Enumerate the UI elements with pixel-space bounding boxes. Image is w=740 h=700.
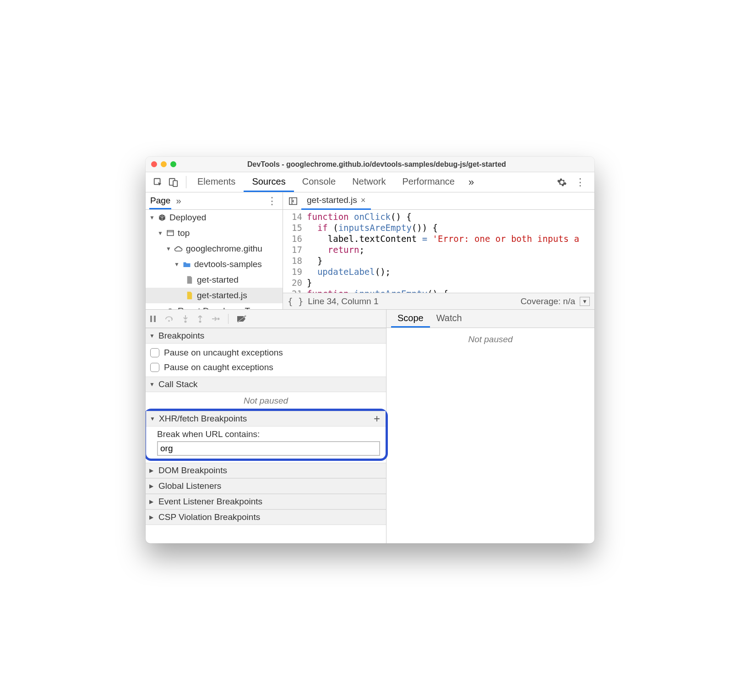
svg-rect-8 — [154, 316, 156, 322]
deactivate-breakpoints-icon[interactable] — [237, 315, 247, 323]
svg-point-10 — [185, 320, 187, 323]
callstack-not-paused: Not paused — [146, 392, 386, 410]
tree-top[interactable]: ▼ top — [146, 225, 283, 241]
add-xhr-breakpoint-icon[interactable]: + — [372, 412, 382, 425]
pause-icon[interactable] — [149, 315, 157, 323]
tab-watch[interactable]: Watch — [430, 310, 468, 328]
debugger-toolbar — [146, 310, 386, 328]
tab-performance[interactable]: Performance — [394, 172, 463, 192]
navigator-pane: Page » ⋮ ▼ Deployed ▼ top ▼ — [146, 192, 283, 309]
xhr-label: Break when URL contains: — [146, 427, 386, 441]
settings-icon[interactable] — [557, 177, 567, 187]
editor-statusbar: { } Line 34, Column 1 Coverage: n/a ▼ — [283, 293, 594, 309]
pause-caught-row[interactable]: Pause on caught exceptions — [150, 360, 381, 375]
close-tab-icon[interactable]: × — [361, 196, 366, 205]
debugger-right-pane: Scope Watch Not paused — [386, 310, 594, 543]
coverage-status: Coverage: n/a — [521, 296, 575, 306]
maximize-window-icon[interactable] — [170, 161, 176, 167]
panel-tabs-row: Elements Sources Console Network Perform… — [146, 172, 594, 192]
cursor-position: Line 34, Column 1 — [308, 296, 378, 306]
traffic-lights — [151, 161, 176, 167]
tree-file-js[interactable]: get-started.js — [146, 288, 283, 303]
js-file-icon — [185, 291, 194, 300]
checkbox-icon[interactable] — [150, 348, 159, 357]
step-into-icon[interactable] — [182, 315, 189, 323]
tree-folder[interactable]: ▼ devtools-samples — [146, 257, 283, 272]
step-out-icon[interactable] — [197, 315, 203, 323]
code-editor[interactable]: 141516171819202122 function onClick() { … — [283, 210, 594, 293]
svg-point-9 — [168, 320, 170, 322]
cloud-icon — [166, 306, 175, 309]
cloud-icon — [174, 244, 183, 253]
tab-console[interactable]: Console — [294, 172, 344, 192]
tab-sources[interactable]: Sources — [244, 172, 294, 192]
svg-rect-2 — [173, 180, 177, 186]
file-tree: ▼ Deployed ▼ top ▼ googlechrome.githu ▼ — [146, 210, 283, 309]
tab-network[interactable]: Network — [344, 172, 394, 192]
file-tab[interactable]: get-started.js × — [301, 192, 371, 210]
tree-react-ext[interactable]: ▶ React Developer To — [146, 303, 283, 309]
minimize-window-icon[interactable] — [161, 161, 167, 167]
toggle-navigator-icon[interactable] — [285, 197, 301, 205]
kebab-menu-icon[interactable]: ⋮ — [573, 176, 587, 188]
more-tabs-icon[interactable]: » — [463, 172, 479, 192]
inspect-icon[interactable] — [153, 177, 163, 187]
device-toggle-icon[interactable] — [169, 177, 179, 187]
tree-file-html[interactable]: get-started — [146, 272, 283, 288]
navigator-more-icon[interactable]: » — [176, 196, 181, 206]
navigator-tab-page[interactable]: Page — [149, 192, 171, 209]
titlebar: DevTools - googlechrome.github.io/devtoo… — [146, 157, 594, 172]
document-icon — [185, 275, 194, 284]
section-xhr[interactable]: ▼XHR/fetch Breakpoints + — [146, 411, 386, 427]
step-over-icon[interactable] — [165, 315, 174, 323]
section-global[interactable]: ▶Global Listeners — [146, 478, 386, 494]
tree-origin[interactable]: ▼ googlechrome.githu — [146, 241, 283, 257]
checkbox-icon[interactable] — [150, 363, 159, 372]
svg-point-12 — [218, 317, 220, 320]
tab-elements[interactable]: Elements — [189, 172, 244, 192]
statusbar-dropdown-icon[interactable]: ▼ — [580, 297, 590, 306]
editor-pane: get-started.js × 141516171819202122 func… — [283, 192, 594, 309]
svg-rect-3 — [167, 230, 174, 235]
section-event-listener[interactable]: ▶Event Listener Breakpoints — [146, 494, 386, 509]
pretty-print-icon[interactable]: { } — [288, 296, 303, 306]
svg-rect-7 — [150, 316, 152, 322]
xhr-url-input[interactable] — [157, 441, 380, 456]
section-dom[interactable]: ▶DOM Breakpoints — [146, 463, 386, 478]
xhr-highlight: ▼XHR/fetch Breakpoints + Break when URL … — [146, 409, 388, 461]
frame-icon — [166, 229, 175, 238]
svg-point-11 — [199, 320, 201, 323]
scope-watch-tabs: Scope Watch — [386, 310, 594, 328]
debugger-left-pane: ▼Breakpoints Pause on uncaught exception… — [146, 310, 386, 543]
section-breakpoints[interactable]: ▼Breakpoints — [146, 328, 386, 344]
tree-deployed[interactable]: ▼ Deployed — [146, 210, 283, 225]
tab-scope[interactable]: Scope — [391, 310, 430, 328]
folder-icon — [182, 260, 191, 269]
close-window-icon[interactable] — [151, 161, 157, 167]
window-title: DevTools - googlechrome.github.io/devtoo… — [183, 160, 589, 169]
panel-tabs: Elements Sources Console Network Perform… — [189, 172, 552, 192]
navigator-menu-icon[interactable]: ⋮ — [265, 195, 279, 207]
section-callstack[interactable]: ▼Call Stack — [146, 377, 386, 392]
section-csp[interactable]: ▶CSP Violation Breakpoints — [146, 509, 386, 525]
cube-icon — [158, 213, 167, 222]
pause-uncaught-row[interactable]: Pause on uncaught exceptions — [150, 345, 381, 360]
scope-not-paused: Not paused — [386, 328, 594, 351]
devtools-window: DevTools - googlechrome.github.io/devtoo… — [146, 157, 594, 543]
line-gutter: 141516171819202122 — [283, 210, 307, 293]
step-icon[interactable] — [212, 316, 220, 322]
code-content: function onClick() { if (inputsAreEmpty(… — [307, 210, 594, 293]
